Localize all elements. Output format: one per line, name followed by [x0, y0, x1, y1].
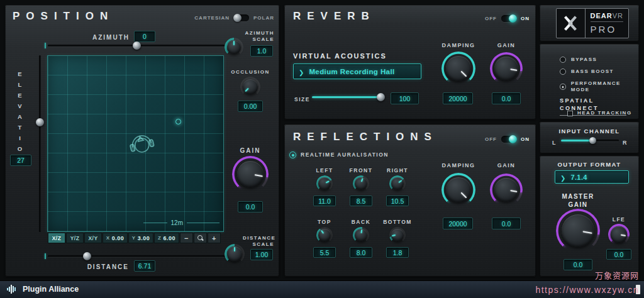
bass-boost-radio[interactable] — [560, 69, 566, 75]
occlusion-knob[interactable] — [240, 77, 260, 97]
position-gain-label: GAIN — [228, 146, 272, 155]
distance-label: DISTANCE — [68, 263, 129, 271]
master-gain-value[interactable]: 0.0 — [564, 259, 592, 270]
reflection-left-knob[interactable] — [316, 175, 333, 192]
zoom-out-button[interactable]: − — [180, 233, 193, 243]
distance-scale-label: DISTANCE SCALE — [243, 235, 274, 248]
reflection-right-value[interactable]: 10.5 — [386, 196, 409, 206]
reverb-panel: REVERB OFF ON VIRTUAL ACOUSTICS Medium R… — [284, 5, 536, 119]
coord-y-field[interactable]: Y 3.00 — [128, 233, 153, 243]
elevation-value[interactable]: 27 — [10, 155, 31, 166]
reflection-top-value[interactable]: 5.5 — [313, 247, 336, 258]
reflection-front-value[interactable]: 8.5 — [350, 196, 372, 206]
position-gain-value[interactable]: 0.0 — [238, 201, 263, 212]
reverb-gain-value[interactable]: 0.0 — [492, 92, 521, 104]
distance-scale-value[interactable]: 1.00 — [250, 249, 273, 260]
switch-thumb — [509, 14, 517, 23]
reflections-toggle-group: OFF ON — [485, 136, 530, 143]
elevation-slider[interactable] — [35, 55, 44, 232]
distance-value[interactable]: 6.71 — [134, 260, 155, 272]
reflections-title: REFLECTIONS — [293, 131, 438, 143]
slider-thumb[interactable] — [589, 137, 596, 144]
slider-thumb[interactable] — [83, 252, 91, 260]
coord-x-axis-label: X — [106, 235, 110, 241]
reflection-bottom-knob[interactable] — [389, 227, 406, 243]
input-channel-slider[interactable] — [561, 136, 619, 145]
reflections-damping-knob[interactable] — [441, 173, 475, 207]
front-label: FRONT — [345, 167, 377, 174]
position-gain-knob[interactable] — [232, 156, 269, 192]
head-tracking-label: HEAD TRACKING — [577, 110, 632, 116]
reflections-gain-knob[interactable] — [490, 174, 523, 206]
virtual-acoustics-label: VIRTUAL ACOUSTICS — [293, 52, 387, 60]
reverb-toggle-group: OFF ON — [485, 15, 530, 22]
output-format-dropdown[interactable]: 7.1.4 — [555, 170, 629, 184]
reflection-bottom-value[interactable]: 1.8 — [386, 247, 409, 258]
reverb-damping-label: DAMPING — [440, 42, 477, 50]
bypass-radio[interactable] — [560, 57, 566, 63]
bypass-option[interactable]: BYPASS — [560, 57, 597, 63]
size-value[interactable]: 100 — [391, 92, 419, 104]
reflections-damping-value[interactable]: 20000 — [443, 218, 473, 229]
slider-thumb[interactable] — [36, 118, 44, 126]
cartesian-polar-switch[interactable] — [234, 14, 249, 21]
zoom-reset-button[interactable] — [194, 233, 207, 243]
realtime-auralisation-radio[interactable] — [289, 152, 296, 158]
virtual-acoustics-dropdown[interactable]: Medium Recording Hall — [293, 63, 421, 79]
coord-x-value: 0.00 — [112, 235, 125, 241]
dearvr-logo-icon — [557, 9, 586, 38]
azimuth-scale-value[interactable]: 1.0 — [250, 45, 273, 57]
occlusion-value[interactable]: 0.00 — [238, 101, 263, 112]
position-xy-pad[interactable]: 12m — [47, 55, 224, 232]
dearvr-pro-logo: DEARVR PRO — [556, 8, 629, 38]
head-tracking-option[interactable]: HEAD TRACKING — [567, 110, 632, 116]
reflection-top-knob[interactable] — [316, 227, 333, 243]
source-position-dot[interactable] — [175, 119, 181, 124]
chevron-right-icon — [560, 172, 565, 183]
reflection-left-value[interactable]: 11.0 — [313, 196, 336, 206]
head-tracking-checkbox[interactable] — [567, 111, 573, 116]
plugin-alliance-brand[interactable]: Plugin Alliance — [6, 284, 79, 294]
slider-thumb[interactable] — [377, 93, 385, 101]
elevation-label: ELEVATION — [16, 70, 23, 165]
watermark-line1: 万象资源网 — [595, 269, 639, 281]
switch-thumb — [233, 14, 242, 22]
scale-line-right — [187, 223, 219, 223]
distance-slider[interactable] — [48, 251, 225, 260]
lfe-value[interactable]: 0.0 — [606, 249, 631, 260]
zoom-in-button[interactable]: + — [208, 233, 221, 243]
master-gain-knob[interactable] — [556, 209, 600, 253]
realtime-auralisation-option[interactable]: REALTIME AURALISATION — [289, 152, 389, 158]
reverb-damping-knob[interactable] — [441, 52, 475, 86]
coord-z-axis-label: Z — [158, 235, 161, 241]
lfe-knob[interactable] — [608, 224, 630, 245]
reverb-gain-knob[interactable] — [490, 52, 523, 85]
bass-boost-option[interactable]: BASS BOOST — [560, 69, 614, 75]
size-slider[interactable] — [312, 92, 385, 101]
reverb-damping-value[interactable]: 20000 — [443, 92, 473, 104]
reflection-back-knob[interactable] — [353, 227, 369, 243]
reflection-back-value[interactable]: 8.0 — [350, 247, 372, 258]
plane-xz-button[interactable]: X/Z — [48, 233, 65, 243]
switch-thumb — [509, 135, 517, 143]
slider-thumb[interactable] — [133, 41, 141, 50]
distance-scale-knob[interactable] — [225, 244, 245, 264]
knob-pointer — [227, 246, 242, 262]
reflections-on-switch[interactable] — [501, 136, 516, 143]
output-master-panel: OUTPUT FORMAT 7.1.4 MASTER GAIN 0.0 LFE … — [540, 156, 639, 277]
coord-x-field[interactable]: X 0.00 — [103, 233, 128, 243]
polar-label: POLAR — [253, 15, 274, 21]
right-label: RIGHT — [382, 167, 413, 174]
chevron-right-icon — [299, 66, 304, 77]
reflections-gain-value[interactable]: 0.0 — [492, 218, 521, 229]
plane-yz-button[interactable]: Y/Z — [66, 233, 84, 243]
performance-mode-option[interactable]: PERFORMANCE MODE — [560, 80, 639, 94]
performance-mode-radio[interactable] — [560, 84, 566, 90]
azimuth-scale-knob[interactable] — [225, 38, 243, 57]
reflection-front-knob[interactable] — [353, 175, 369, 192]
coord-z-field[interactable]: Z 6.00 — [154, 233, 179, 243]
reverb-on-switch[interactable] — [501, 15, 516, 22]
reflection-right-knob[interactable] — [389, 175, 406, 192]
azimuth-slider[interactable] — [48, 41, 225, 50]
plane-xy-button[interactable]: X/Y — [84, 233, 102, 243]
